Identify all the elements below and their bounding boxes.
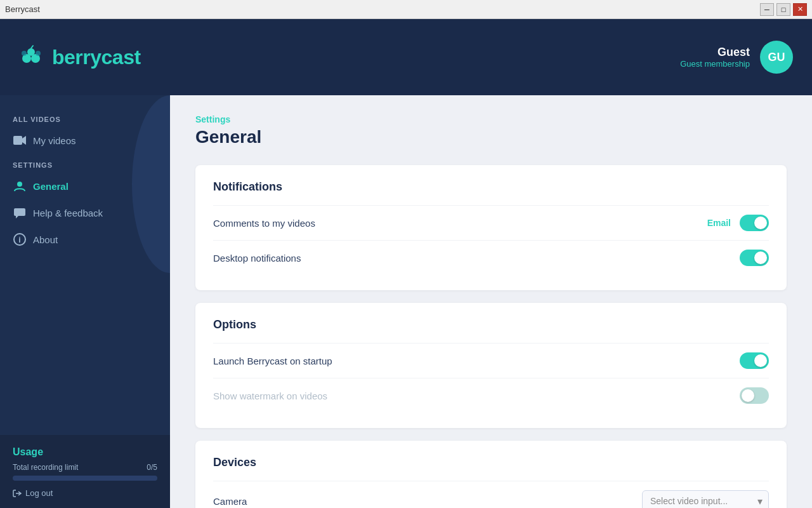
toggle-startup[interactable] — [740, 352, 769, 369]
setting-label-camera: Camera — [213, 496, 247, 507]
setting-row-desktop: Desktop notifications — [213, 240, 769, 275]
titlebar-title: Berrycast — [5, 4, 40, 14]
usage-recording-value: 0/5 — [147, 463, 157, 472]
page-title: General — [195, 127, 787, 147]
devices-card-title: Devices — [213, 456, 769, 469]
logo-text-accent: cast — [102, 46, 141, 69]
setting-row-startup: Launch Berrycast on startup — [213, 343, 769, 378]
sidebar-item-my-videos[interactable]: My videos — [0, 127, 170, 154]
email-label: Email — [707, 218, 731, 228]
setting-label-startup: Launch Berrycast on startup — [213, 356, 332, 366]
toggle-knob — [754, 217, 767, 229]
user-membership[interactable]: Guest membership — [680, 59, 750, 69]
setting-label-comments: Comments to my videos — [213, 218, 315, 229]
setting-right-watermark — [740, 387, 769, 404]
setting-right-startup — [740, 352, 769, 369]
svg-line-5 — [31, 46, 33, 48]
setting-row-watermark: Show watermark on videos — [213, 378, 769, 413]
usage-label: Total recording limit 0/5 — [13, 463, 157, 472]
setting-label-desktop: Desktop notifications — [213, 253, 301, 264]
header: berrycast Guest Guest membership GU — [0, 19, 812, 95]
toggle-watermark[interactable] — [740, 387, 769, 404]
camera-select-wrapper: Select video input... — [642, 490, 769, 508]
user-info: Guest Guest membership — [680, 46, 750, 69]
close-button[interactable]: ✕ — [793, 3, 807, 16]
sidebar: ALL VIDEOS My videos SETTINGS — [0, 95, 170, 508]
maximize-button[interactable]: □ — [776, 3, 790, 16]
logo-text: berrycast — [52, 46, 141, 69]
logo-icon — [19, 44, 44, 70]
usage-recording-label: Total recording limit — [13, 463, 78, 472]
sidebar-section-settings: SETTINGS — [0, 154, 170, 173]
sidebar-item-help-feedback[interactable]: Help & feedback — [0, 199, 170, 226]
sidebar-usage: Usage Total recording limit 0/5 Log out — [0, 435, 170, 508]
toggle-comments[interactable] — [740, 215, 769, 231]
logout-label: Log out — [25, 488, 53, 498]
logout-link[interactable]: Log out — [13, 488, 157, 498]
user-area: Guest Guest membership GU — [680, 41, 793, 74]
avatar[interactable]: GU — [760, 41, 793, 74]
video-icon — [13, 133, 27, 147]
sidebar-item-label: General — [33, 181, 69, 192]
options-card: Options Launch Berrycast on startup Show… — [195, 303, 787, 428]
person-icon — [13, 179, 27, 193]
setting-right-desktop — [740, 250, 769, 266]
sidebar-item-about[interactable]: i About — [0, 226, 170, 253]
svg-point-3 — [22, 51, 27, 56]
sidebar-item-label: My videos — [33, 135, 76, 146]
breadcrumb: Settings — [195, 114, 787, 124]
svg-rect-6 — [13, 136, 22, 145]
user-name: Guest — [680, 46, 750, 59]
setting-label-watermark: Show watermark on videos — [213, 391, 327, 401]
notifications-card: Notifications Comments to my videos Emai… — [195, 165, 787, 290]
svg-marker-7 — [22, 136, 26, 145]
svg-text:i: i — [18, 236, 20, 244]
devices-card: Devices Camera Select video input... — [195, 441, 787, 508]
sidebar-item-label: Help & feedback — [33, 208, 103, 218]
chat-icon — [13, 206, 27, 220]
app-title: Berrycast — [5, 4, 40, 14]
toggle-knob — [754, 251, 767, 264]
logout-icon — [13, 489, 22, 498]
usage-bar-background — [13, 476, 157, 481]
svg-point-4 — [36, 51, 41, 56]
toggle-knob — [754, 354, 767, 367]
toggle-desktop[interactable] — [740, 250, 769, 266]
main-layout: ALL VIDEOS My videos SETTINGS — [0, 95, 812, 508]
sidebar-nav: ALL VIDEOS My videos SETTINGS — [0, 95, 170, 435]
setting-row-comments: Comments to my videos Email — [213, 205, 769, 240]
options-card-title: Options — [213, 318, 769, 331]
sidebar-item-label: About — [33, 234, 58, 245]
content-area: Settings General Notifications Comments … — [170, 95, 812, 508]
sidebar-section-all-videos: ALL VIDEOS — [0, 108, 170, 127]
setting-right-comments: Email — [707, 215, 769, 231]
logo-area: berrycast — [19, 44, 141, 70]
notifications-card-title: Notifications — [213, 180, 769, 194]
svg-point-8 — [17, 182, 22, 187]
usage-title: Usage — [13, 446, 157, 458]
logo-text-light: berry — [52, 46, 102, 69]
toggle-knob — [742, 389, 754, 402]
minimize-button[interactable]: ─ — [760, 3, 774, 16]
titlebar: Berrycast ─ □ ✕ — [0, 0, 812, 19]
camera-select[interactable]: Select video input... — [642, 490, 769, 508]
titlebar-controls: ─ □ ✕ — [760, 3, 807, 16]
app-container: berrycast Guest Guest membership GU ALL … — [0, 19, 812, 508]
info-icon: i — [13, 232, 27, 246]
sidebar-item-general[interactable]: General — [0, 173, 170, 199]
setting-row-camera: Camera Select video input... — [213, 481, 769, 508]
svg-point-2 — [27, 48, 35, 56]
